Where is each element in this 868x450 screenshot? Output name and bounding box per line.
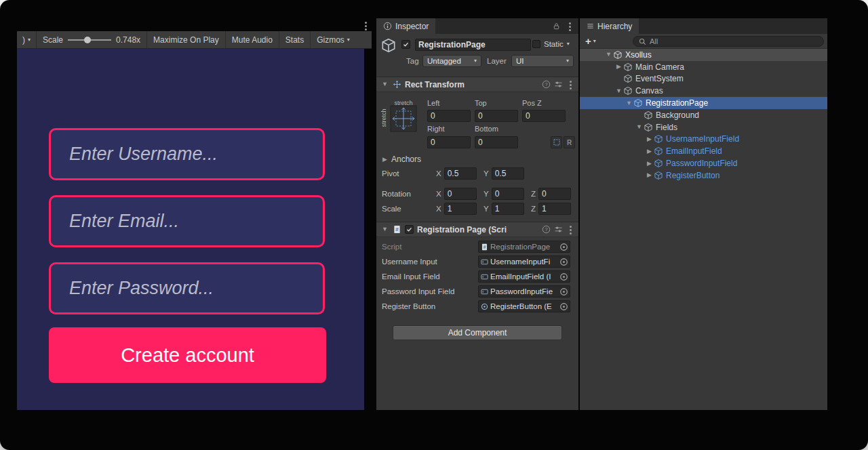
script-object-field[interactable]: RegistrationPage <box>478 241 570 253</box>
left-field[interactable] <box>427 110 471 122</box>
hierarchy-row-canvas[interactable]: ▼ Canvas <box>580 85 827 97</box>
register-button-object-field[interactable]: RegisterButton (E <box>478 300 570 312</box>
tab-hierarchy[interactable]: Hierarchy <box>580 18 639 34</box>
raw-mode-button[interactable]: R <box>564 136 575 148</box>
bottom-field[interactable] <box>475 136 518 148</box>
rotation-x-field[interactable] <box>444 188 477 200</box>
help-icon[interactable] <box>542 225 551 234</box>
create-object-button[interactable]: + ▾ <box>585 36 596 46</box>
expander-icon[interactable]: ▶ <box>645 148 654 155</box>
inspector-body: Static ▾ Tag Untagged ▾ Layer UI ▾ ▼ Rec… <box>376 34 578 410</box>
inspector-panel: Inspector Static ▾ Tag Untagged ▾ <box>376 18 578 410</box>
static-checkbox[interactable] <box>532 40 540 48</box>
gameobject-name-field[interactable] <box>415 39 531 51</box>
username-input-field[interactable]: Enter Username... <box>49 128 325 180</box>
scale-slider[interactable] <box>68 36 111 44</box>
tab-inspector[interactable]: Inspector <box>376 18 435 34</box>
stats-button[interactable]: Stats <box>279 31 311 48</box>
hierarchy-row-emailinputfield[interactable]: ▶ EmailInputField <box>580 145 827 157</box>
script-component-header[interactable]: ▼ Registration Page (Scri <box>376 222 578 237</box>
hierarchy-row-passwordinputfield[interactable]: ▶ PasswordInputField <box>580 157 827 169</box>
hierarchy-search-input[interactable]: All <box>633 36 824 47</box>
help-icon[interactable] <box>542 80 551 89</box>
blueprint-mode-button[interactable] <box>551 136 562 148</box>
object-value: PasswordInputFie <box>490 287 553 295</box>
object-picker-icon[interactable] <box>559 272 568 281</box>
presets-icon[interactable] <box>554 225 563 234</box>
right-field[interactable] <box>427 136 471 148</box>
expander-icon[interactable]: ▼ <box>604 52 613 58</box>
expander-icon[interactable]: ▼ <box>380 81 389 87</box>
expander-icon[interactable]: ▼ <box>380 226 389 232</box>
expander-icon[interactable]: ▶ <box>614 64 623 70</box>
gizmos-dropdown[interactable]: Gizmos ▾ <box>311 31 356 48</box>
email-input-object-field[interactable]: EmailInputField (I <box>478 270 570 283</box>
object-picker-icon[interactable] <box>559 302 568 311</box>
password-input-object-field[interactable]: PasswordInputFie <box>478 285 570 298</box>
rotation-y-field[interactable] <box>492 188 524 200</box>
hierarchy-row-fields[interactable]: ▼ Fields <box>580 121 827 134</box>
static-toggle[interactable]: Static ▾ <box>532 40 570 48</box>
create-account-button[interactable]: Create account <box>49 327 326 383</box>
scale-y-field[interactable] <box>492 203 524 215</box>
anchors-label: Anchors <box>391 155 421 164</box>
email-input-field[interactable]: Enter Email... <box>49 195 325 247</box>
expander-icon[interactable]: ▶ <box>380 157 389 163</box>
pivot-y-field[interactable] <box>492 167 524 180</box>
chevron-down-icon: ▾ <box>28 37 31 43</box>
inspector-menu-icon[interactable] <box>566 22 574 31</box>
layer-value: UI <box>516 57 524 65</box>
expander-icon[interactable]: ▶ <box>645 172 654 178</box>
axis-z-label: Z <box>531 205 536 213</box>
gameobject-cube-icon <box>380 37 397 54</box>
axis-z-label: Z <box>531 190 536 198</box>
object-picker-icon[interactable] <box>559 258 568 266</box>
object-picker-icon[interactable] <box>559 287 568 296</box>
expander-icon[interactable]: ▼ <box>614 88 623 94</box>
hierarchy-row-scene[interactable]: ▼ Xsollus <box>580 49 827 61</box>
anchors-foldout[interactable]: ▶ Anchors <box>380 155 421 164</box>
username-input-object-field[interactable]: UsernameInputFi <box>478 255 570 268</box>
add-component-button[interactable]: Add Component <box>393 325 562 340</box>
hierarchy-row-eventsystem[interactable]: EventSystem <box>580 73 827 85</box>
active-checkbox[interactable] <box>401 40 410 49</box>
presets-icon[interactable] <box>554 80 563 89</box>
gameobject-cube-icon <box>623 86 633 96</box>
maximize-on-play-button[interactable]: Maximize On Play <box>147 31 226 48</box>
pivot-x-field[interactable] <box>444 167 477 180</box>
hierarchy-row-background[interactable]: Background <box>580 109 827 121</box>
hierarchy-row-registrationpage[interactable]: ▼ RegistrationPage <box>580 97 827 109</box>
tag-dropdown[interactable]: Untagged ▾ <box>422 55 481 67</box>
slider-knob[interactable] <box>84 37 91 43</box>
rect-transform-header[interactable]: ▼ Rect Transform <box>376 77 578 92</box>
expander-icon[interactable]: ▼ <box>625 100 633 106</box>
hierarchy-row-main-camera[interactable]: ▶ Main Camera <box>580 61 827 73</box>
anchor-preset-widget[interactable] <box>390 105 417 132</box>
rotation-z-field[interactable] <box>538 188 571 200</box>
object-picker-icon[interactable] <box>559 243 568 251</box>
scale-z-field[interactable] <box>538 203 571 215</box>
lock-icon[interactable] <box>553 22 560 30</box>
component-enabled-checkbox[interactable] <box>405 225 414 234</box>
object-value: RegisterButton (E <box>490 302 552 310</box>
plus-icon: + <box>585 36 591 46</box>
expander-icon[interactable]: ▼ <box>635 124 644 130</box>
scale-x-field[interactable] <box>444 203 477 215</box>
hierarchy-item-label: Fields <box>656 123 677 132</box>
aspect-ratio-dropdown[interactable]: ) ▾ <box>17 31 37 48</box>
scale-label: Scale <box>382 205 401 213</box>
component-menu-icon[interactable] <box>566 225 574 234</box>
posz-field[interactable] <box>522 110 566 122</box>
axis-x-label: X <box>436 205 441 213</box>
top-field[interactable] <box>475 110 518 122</box>
game-pane-menu-icon[interactable] <box>361 21 370 30</box>
layer-dropdown[interactable]: UI ▾ <box>511 55 574 67</box>
expander-icon[interactable]: ▶ <box>645 136 654 142</box>
mute-audio-button[interactable]: Mute Audio <box>226 31 279 48</box>
check-icon <box>406 226 412 232</box>
hierarchy-row-usernameinputfield[interactable]: ▶ UsernameInputField <box>580 134 827 146</box>
password-input-field[interactable]: Enter Password... <box>49 262 325 314</box>
hierarchy-row-registerbutton[interactable]: ▶ RegisterButton <box>580 169 827 182</box>
expander-icon[interactable]: ▶ <box>645 161 654 167</box>
component-menu-icon[interactable] <box>566 80 574 89</box>
